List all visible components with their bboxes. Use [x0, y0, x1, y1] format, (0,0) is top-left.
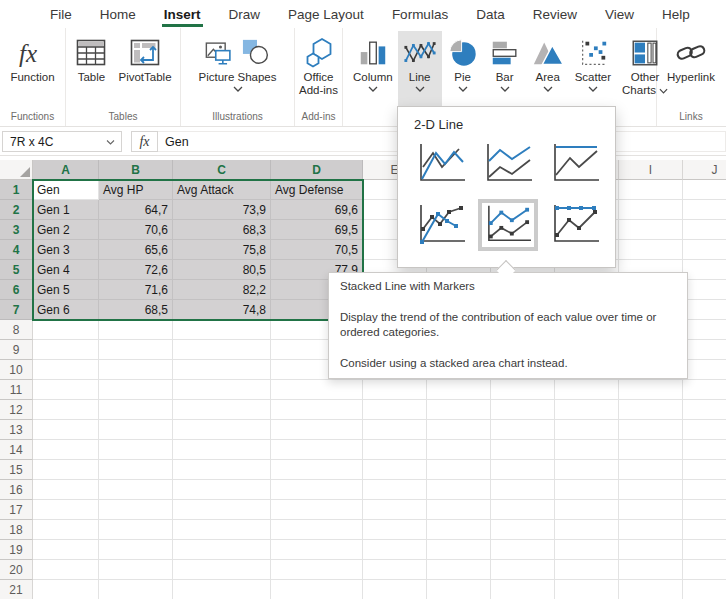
cell-A12[interactable]: [33, 400, 99, 420]
cell-C4[interactable]: 75,8: [173, 240, 271, 260]
cell-J7[interactable]: [683, 300, 726, 320]
cell-B2[interactable]: 64,7: [99, 200, 173, 220]
column-header-D[interactable]: D: [271, 160, 363, 180]
row-header-13[interactable]: 13: [0, 420, 33, 440]
cell-H17[interactable]: [555, 500, 619, 520]
cell-C9[interactable]: [173, 340, 271, 360]
tab-view[interactable]: View: [591, 0, 648, 28]
row-header-16[interactable]: 16: [0, 480, 33, 500]
cell-I15[interactable]: [619, 460, 683, 480]
cell-C3[interactable]: 68,3: [173, 220, 271, 240]
cell-B17[interactable]: [99, 500, 173, 520]
cell-G11[interactable]: [491, 380, 555, 400]
hyperlink-button[interactable]: Hyperlink: [662, 31, 720, 107]
cell-C7[interactable]: 74,8: [173, 300, 271, 320]
cell-B20[interactable]: [99, 560, 173, 580]
cell-F15[interactable]: [427, 460, 491, 480]
cell-G21[interactable]: [491, 580, 555, 599]
cell-J1[interactable]: [683, 180, 726, 200]
cell-B16[interactable]: [99, 480, 173, 500]
cell-E17[interactable]: [363, 500, 427, 520]
cell-E11[interactable]: [363, 380, 427, 400]
cell-D20[interactable]: [271, 560, 363, 580]
cell-C12[interactable]: [173, 400, 271, 420]
cell-A1[interactable]: Gen: [33, 180, 99, 200]
cell-B10[interactable]: [99, 360, 173, 380]
cell-A9[interactable]: [33, 340, 99, 360]
cell-J11[interactable]: [683, 380, 726, 400]
cell-J6[interactable]: [683, 280, 726, 300]
cell-F21[interactable]: [427, 580, 491, 599]
cell-F14[interactable]: [427, 440, 491, 460]
column-header-C[interactable]: C: [173, 160, 271, 180]
cell-I20[interactable]: [619, 560, 683, 580]
cell-H21[interactable]: [555, 580, 619, 599]
cell-I21[interactable]: [619, 580, 683, 599]
cell-I4[interactable]: [619, 240, 683, 260]
cell-B18[interactable]: [99, 520, 173, 540]
cell-H15[interactable]: [555, 460, 619, 480]
cell-I12[interactable]: [619, 400, 683, 420]
function-button[interactable]: fx Function: [5, 31, 59, 107]
cell-C17[interactable]: [173, 500, 271, 520]
cell-J16[interactable]: [683, 480, 726, 500]
cell-D16[interactable]: [271, 480, 363, 500]
cell-D19[interactable]: [271, 540, 363, 560]
cell-A11[interactable]: [33, 380, 99, 400]
scatter-chart-button[interactable]: Scatter: [570, 31, 616, 107]
cell-J19[interactable]: [683, 540, 726, 560]
cell-H13[interactable]: [555, 420, 619, 440]
office-add-ins-button[interactable]: Office Add-ins: [292, 31, 346, 107]
cell-D13[interactable]: [271, 420, 363, 440]
column-header-J[interactable]: J: [683, 160, 726, 180]
cell-H12[interactable]: [555, 400, 619, 420]
row-header-2[interactable]: 2: [0, 200, 33, 220]
cell-J21[interactable]: [683, 580, 726, 599]
row-header-10[interactable]: 10: [0, 360, 33, 380]
cell-B3[interactable]: 70,6: [99, 220, 173, 240]
cell-J15[interactable]: [683, 460, 726, 480]
row-header-21[interactable]: 21: [0, 580, 33, 599]
cell-C1[interactable]: Avg Attack: [173, 180, 271, 200]
cell-E19[interactable]: [363, 540, 427, 560]
row-header-9[interactable]: 9: [0, 340, 33, 360]
cell-C11[interactable]: [173, 380, 271, 400]
tab-data[interactable]: Data: [462, 0, 519, 28]
row-header-6[interactable]: 6: [0, 280, 33, 300]
tab-insert[interactable]: Insert: [150, 0, 215, 28]
cell-A19[interactable]: [33, 540, 99, 560]
cell-G15[interactable]: [491, 460, 555, 480]
spreadsheet-grid[interactable]: ABCDEFGHIJ1GenAvg HPAvg AttackAvg Defens…: [0, 160, 726, 599]
cell-I3[interactable]: [619, 220, 683, 240]
cell-D11[interactable]: [271, 380, 363, 400]
cell-B19[interactable]: [99, 540, 173, 560]
cell-D18[interactable]: [271, 520, 363, 540]
cell-A6[interactable]: Gen 5: [33, 280, 99, 300]
row-header-1[interactable]: 1: [0, 180, 33, 200]
cell-C14[interactable]: [173, 440, 271, 460]
cell-C2[interactable]: 73,9: [173, 200, 271, 220]
cell-I11[interactable]: [619, 380, 683, 400]
cell-H16[interactable]: [555, 480, 619, 500]
cell-C5[interactable]: 80,5: [173, 260, 271, 280]
tab-draw[interactable]: Draw: [215, 0, 275, 28]
cell-E14[interactable]: [363, 440, 427, 460]
cell-D12[interactable]: [271, 400, 363, 420]
cell-H14[interactable]: [555, 440, 619, 460]
cell-J13[interactable]: [683, 420, 726, 440]
tab-file[interactable]: File: [36, 0, 86, 28]
cell-F17[interactable]: [427, 500, 491, 520]
row-header-19[interactable]: 19: [0, 540, 33, 560]
option-stacked-line-with-markers[interactable]: [478, 199, 538, 251]
cell-C21[interactable]: [173, 580, 271, 599]
row-header-3[interactable]: 3: [0, 220, 33, 240]
table-button[interactable]: Table: [69, 31, 113, 107]
cell-A3[interactable]: Gen 2: [33, 220, 99, 240]
row-header-14[interactable]: 14: [0, 440, 33, 460]
cell-D2[interactable]: 69,6: [271, 200, 363, 220]
column-chart-button[interactable]: Column: [348, 31, 398, 107]
cell-F11[interactable]: [427, 380, 491, 400]
cell-F12[interactable]: [427, 400, 491, 420]
cell-J8[interactable]: [683, 320, 726, 340]
cell-A20[interactable]: [33, 560, 99, 580]
